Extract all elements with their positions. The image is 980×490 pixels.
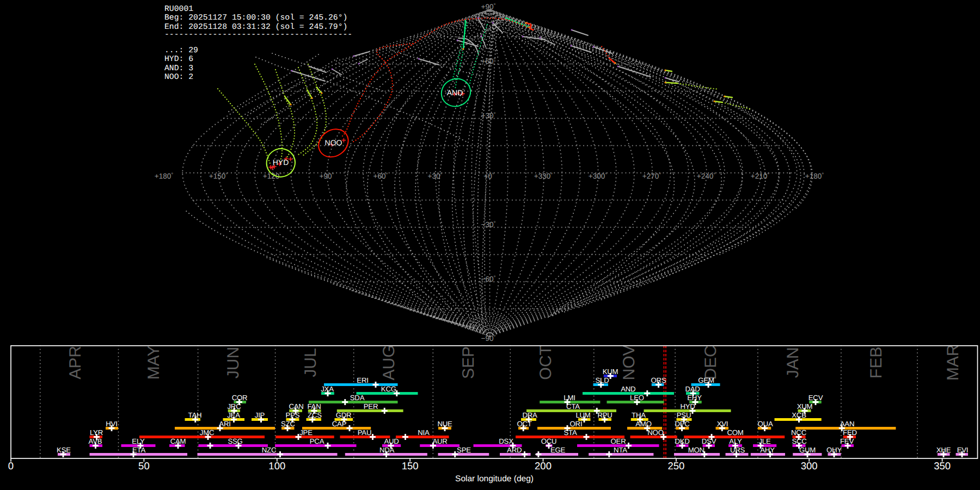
svg-text:JRC: JRC	[227, 402, 241, 411]
svg-text:PPS: PPS	[286, 411, 300, 419]
svg-text:50: 50	[138, 460, 150, 471]
svg-text:STA: STA	[564, 428, 577, 437]
svg-text:ARI: ARI	[219, 420, 230, 428]
svg-text:SSG: SSG	[228, 437, 242, 445]
svg-text:FEB: FEB	[867, 347, 885, 378]
svg-text:DAD: DAD	[685, 385, 700, 393]
svg-text:AVB: AVB	[89, 437, 102, 445]
svg-text:JXA: JXA	[321, 385, 334, 393]
svg-text:NOO: 2: NOO: 2	[164, 73, 193, 82]
svg-text:Beg: 20251127 15:00:30 (sol =: Beg: 20251127 15:00:30 (sol = 245.26°)	[164, 14, 347, 22]
svg-text:DPC: DPC	[675, 420, 690, 428]
svg-text:JPE: JPE	[299, 428, 313, 437]
svg-text:AUR: AUR	[432, 437, 447, 445]
svg-text:200: 200	[535, 460, 552, 471]
svg-text:+210°: +210°	[751, 172, 769, 180]
svg-text:HVI: HVI	[106, 420, 117, 428]
svg-text:AND: 3: AND: 3	[164, 64, 193, 73]
svg-text:OER: OER	[611, 437, 626, 445]
svg-text:+30°: +30°	[428, 172, 443, 180]
svg-text:GUM: GUM	[799, 446, 816, 454]
svg-text:SCC: SCC	[792, 437, 807, 445]
svg-text:JLE: JLE	[758, 437, 771, 445]
svg-text:+270°: +270°	[642, 172, 661, 180]
svg-text:ZCS: ZCS	[308, 411, 322, 419]
svg-text:JMC: JMC	[200, 428, 215, 437]
svg-text:QUA: QUA	[758, 420, 773, 428]
svg-text:URS: URS	[730, 446, 745, 454]
svg-text:MAR: MAR	[944, 345, 962, 381]
svg-text:−30°: −30°	[481, 220, 496, 229]
svg-text:XHE: XHE	[936, 446, 951, 454]
svg-text:NCC: NCC	[791, 428, 807, 437]
svg-text:250: 250	[667, 460, 684, 471]
svg-text:ECV: ECV	[808, 394, 823, 402]
svg-text:AMO: AMO	[635, 420, 651, 428]
svg-text:OCT: OCT	[517, 420, 531, 428]
svg-text:−90°: −90°	[481, 334, 496, 342]
svg-text:ORS: ORS	[651, 376, 666, 384]
svg-text:COM: COM	[727, 428, 743, 437]
svg-text:+180°: +180°	[805, 172, 824, 180]
svg-text:HYD: HYD	[680, 402, 695, 411]
svg-text:ERI: ERI	[357, 376, 368, 384]
svg-text:NTA: NTA	[614, 446, 627, 454]
svg-text:CAN: CAN	[289, 402, 303, 411]
svg-text:GEM: GEM	[698, 376, 714, 384]
svg-text:150: 150	[402, 460, 419, 471]
svg-text:AUD: AUD	[384, 437, 399, 445]
svg-text:XVI: XVI	[717, 420, 728, 428]
svg-text:PCA: PCA	[310, 437, 324, 445]
svg-text:DRA: DRA	[522, 411, 537, 419]
svg-text:MAY: MAY	[145, 346, 163, 380]
svg-text:RU0001: RU0001	[164, 5, 193, 14]
svg-text:HYD: 6: HYD: 6	[164, 55, 193, 64]
svg-text:ARD: ARD	[507, 446, 522, 454]
svg-text:−60°: −60°	[481, 275, 496, 283]
svg-text:AUG: AUG	[380, 345, 398, 380]
svg-text:LEO: LEO	[630, 394, 644, 402]
svg-text:+30°: +30°	[481, 112, 496, 120]
svg-text:+240°: +240°	[697, 172, 715, 180]
svg-text:XUM: XUM	[797, 402, 813, 411]
svg-text:NOO: NOO	[647, 428, 663, 437]
svg-text:+90°: +90°	[320, 172, 334, 180]
svg-text:0: 0	[8, 460, 14, 471]
svg-text:DKD: DKD	[675, 437, 689, 445]
svg-text:PSU: PSU	[677, 411, 691, 419]
svg-text:RPU: RPU	[597, 411, 612, 419]
svg-text:+120°: +120°	[263, 172, 281, 180]
svg-text:DSX: DSX	[499, 437, 513, 445]
svg-text:ALY: ALY	[729, 437, 742, 445]
svg-text:KCG: KCG	[381, 385, 396, 393]
svg-text:+300°: +300°	[589, 172, 607, 180]
svg-text:GDR: GDR	[336, 411, 352, 419]
svg-text:NZC: NZC	[262, 446, 277, 454]
svg-text:JUL: JUL	[302, 348, 320, 377]
svg-text:ETA: ETA	[132, 446, 145, 454]
svg-text:SEP: SEP	[460, 346, 477, 379]
svg-text:FED: FED	[843, 428, 857, 437]
svg-text:COR: COR	[232, 394, 248, 402]
svg-text:Solar longitude (deg): Solar longitude (deg)	[455, 474, 534, 483]
svg-text:LYR: LYR	[90, 428, 103, 437]
svg-text:300: 300	[801, 460, 818, 471]
svg-text:AAN: AAN	[840, 420, 855, 428]
svg-text:AND: AND	[621, 385, 635, 393]
svg-text:------------------------------: ---------------------------------------	[164, 30, 352, 39]
svg-text:OCT: OCT	[537, 345, 555, 379]
svg-text:OCU: OCU	[541, 437, 557, 445]
svg-text:OHY: OHY	[826, 446, 842, 454]
svg-text:EGE: EGE	[550, 446, 566, 454]
svg-text:CAP: CAP	[332, 420, 347, 428]
svg-text:TAH: TAH	[188, 411, 202, 419]
svg-text:+90°: +90°	[481, 3, 496, 11]
svg-text:LMI: LMI	[564, 394, 575, 402]
svg-text:+60°: +60°	[481, 57, 496, 65]
svg-text:KUM: KUM	[603, 367, 618, 376]
svg-text:NOV: NOV	[620, 345, 638, 380]
svg-text:+60°: +60°	[373, 172, 388, 180]
svg-text:JUN: JUN	[224, 347, 242, 378]
svg-text:+150°: +150°	[209, 172, 228, 180]
svg-text:SZC: SZC	[281, 420, 295, 428]
